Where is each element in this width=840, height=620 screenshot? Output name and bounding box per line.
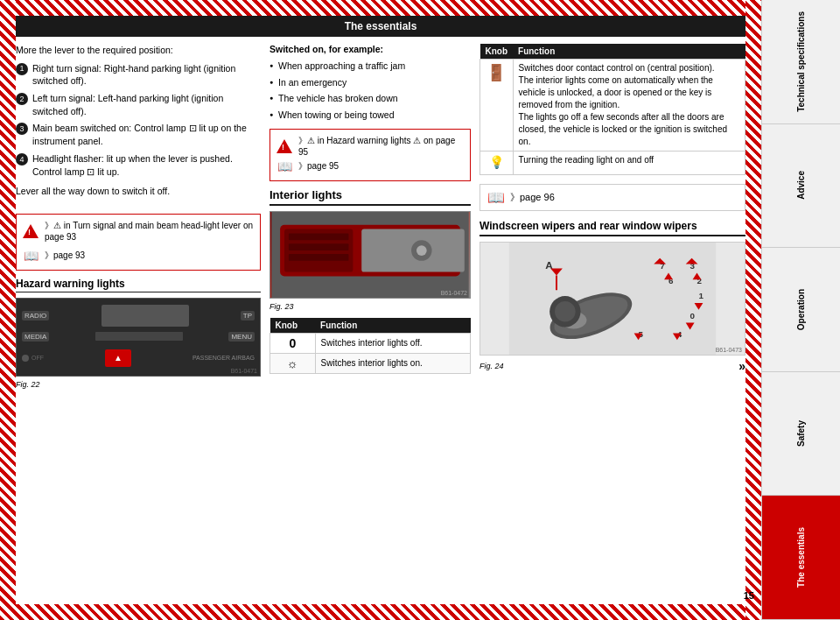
bullet-item: The vehicle has broken down	[270, 92, 471, 105]
bullet-list: When approaching a traffic jam In an eme…	[270, 60, 471, 122]
menu-btn[interactable]: MENU	[228, 332, 255, 342]
page-ref-box: 📖 》page 96	[480, 184, 746, 211]
middle-column: Switched on, for example: When approachi…	[270, 44, 471, 604]
bullet-item: When approaching a traffic jam	[270, 60, 471, 73]
svg-text:1: 1	[698, 291, 704, 300]
fig-23-label: Fig. 23	[270, 302, 471, 311]
num-3: 3	[16, 123, 28, 135]
switched-on-label: Switched on, for example:	[270, 44, 471, 54]
page-title: The essentials	[16, 16, 746, 37]
mid-warning-row-1: 》⚠ in Hazard warning lights ⚠ on page 95	[276, 135, 465, 158]
numbered-list: 1 Right turn signal: Right-hand parking …	[16, 62, 261, 179]
right-column: Knob Function 🚪 Switches door contact co…	[480, 44, 746, 604]
tab-operation[interactable]: Operation	[761, 248, 840, 372]
num-1: 1	[16, 63, 28, 75]
fig-24-label: Fig. 24	[480, 362, 504, 370]
door-knob-cell: 🚪	[480, 60, 514, 151]
svg-rect-6	[289, 233, 349, 240]
right-knob-header: Knob	[480, 44, 514, 60]
interior-img-inner: B61-0472	[270, 212, 470, 298]
hazard-button[interactable]: ▲	[105, 349, 131, 367]
item-2-text: Left turn signal: Left-hand parking ligh…	[32, 92, 261, 117]
interior-lights-image: B61-0472	[270, 211, 471, 299]
svg-rect-7	[289, 243, 349, 250]
left-warning-box: 》⚠ in Turn signal and main beam head-lig…	[16, 214, 261, 271]
tab-safety[interactable]: Safety	[761, 372, 840, 497]
off-label: OFF	[32, 355, 44, 362]
reading-function-text: Turning the reading light on and off	[513, 151, 745, 175]
left-column: More the lever to the required position:…	[16, 44, 261, 604]
table-row: 0 Switches interior lights off.	[270, 333, 471, 353]
warning-triangle-text: 》⚠ in Turn signal and main beam head-lig…	[45, 220, 255, 243]
mid-warning-text: 》⚠ in Hazard warning lights ⚠ on page 95	[298, 135, 465, 158]
knob-0: 0	[270, 333, 316, 353]
radio-display	[102, 305, 189, 327]
media-btn[interactable]: MEDIA	[22, 332, 49, 342]
tab-essentials[interactable]: The essentials	[761, 496, 840, 620]
knob-header: Knob	[270, 318, 316, 334]
table-row: 💡 Turning the reading light on and off	[480, 151, 746, 175]
car-radio-image: RADIO TP MEDIA MENU OFF ▲	[16, 298, 261, 377]
intro-text: More the lever to the required position:	[16, 44, 261, 57]
svg-point-14	[555, 301, 576, 322]
fig22-code: B61-0471	[231, 368, 257, 374]
content-columns: More the lever to the required position:…	[16, 44, 746, 604]
right-border	[746, 0, 761, 620]
interior-knob-table: Knob Function 0 Switches interior lights…	[270, 318, 471, 374]
sidebar-tabs: Technical specifications Advice Operatio…	[761, 0, 840, 620]
tab-advice-label: Advice	[796, 171, 806, 200]
tab-technical[interactable]: Technical specifications	[761, 0, 840, 124]
list-item: 4 Headlight flasher: lit up when the lev…	[16, 152, 261, 178]
knob-sun: ☼	[270, 353, 316, 373]
bullet-item: When towing or being towed	[270, 109, 471, 122]
hazard-section-title: Hazard warning lights	[16, 278, 261, 292]
bottom-border	[0, 604, 840, 620]
warning-row-2: 📖 》page 93	[22, 247, 255, 264]
interior-title: Interior lights	[270, 188, 471, 206]
list-item: 2 Left turn signal: Left-hand parking li…	[16, 92, 261, 117]
num-2: 2	[16, 93, 28, 105]
num-4: 4	[16, 153, 28, 166]
mid-triangle-icon	[276, 137, 293, 155]
svg-rect-8	[289, 254, 349, 261]
wiper-svg: A 7 6 3 2	[480, 243, 745, 355]
wipers-title-text: Windscreen wipers and rear window wipers	[480, 220, 697, 232]
fig23-code: B61-0472	[441, 290, 467, 296]
warning-book-text: 》page 93	[45, 250, 85, 261]
main-content: The essentials More the lever to the req…	[16, 16, 746, 604]
left-border	[0, 0, 16, 620]
item-3-text: Main beam switched on: Control lamp ⊡ li…	[32, 122, 261, 147]
mid-warning-row-2: 📖 》page 95	[276, 158, 465, 175]
hazard-symbol: ▲	[114, 353, 122, 363]
tab-advice[interactable]: Advice	[761, 124, 840, 249]
list-item: 1 Right turn signal: Right-hand parking …	[16, 62, 261, 88]
bullet-item: In an emergency	[270, 76, 471, 89]
triangle-warning-icon	[22, 222, 39, 240]
tp-btn[interactable]: TP	[241, 311, 255, 321]
lever-off-text: Lever all the way down to switch it off.	[16, 185, 261, 198]
function-header: Function	[315, 318, 470, 334]
door-function-text: Switches door contact control on (centra…	[513, 60, 745, 151]
item-1-text: Right turn signal: Right-hand parking li…	[32, 62, 261, 88]
fig-22-label: Fig. 22	[16, 380, 261, 389]
middle-warning-box: 》⚠ in Hazard warning lights ⚠ on page 95…	[270, 129, 471, 181]
tab-essentials-label: The essentials	[796, 527, 806, 588]
book-icon: 📖	[22, 247, 39, 264]
warning-row-1: 》⚠ in Turn signal and main beam head-lig…	[22, 220, 255, 243]
radio-btn[interactable]: RADIO	[22, 311, 49, 321]
fig24-code: B61-0473	[716, 347, 742, 353]
reading-knob-cell: 💡	[480, 151, 514, 175]
table-row: ☼ Switches interior lights on.	[270, 353, 471, 373]
function-0: Switches interior lights off.	[315, 333, 470, 353]
function-sun: Switches interior lights on.	[315, 353, 470, 373]
right-knob-table: Knob Function 🚪 Switches door contact co…	[480, 44, 746, 175]
tab-operation-label: Operation	[796, 289, 806, 330]
book-ref-icon: 📖	[487, 189, 505, 206]
wiper-diagram: A 7 6 3 2	[480, 242, 746, 356]
table-row: 🚪 Switches door contact control on (cent…	[480, 60, 746, 151]
door-icon: 🚪	[486, 64, 506, 81]
top-border	[0, 0, 840, 16]
svg-text:0: 0	[690, 310, 696, 320]
page-ref-text: 》page 96	[510, 191, 555, 204]
reading-light-icon: 💡	[489, 155, 504, 169]
